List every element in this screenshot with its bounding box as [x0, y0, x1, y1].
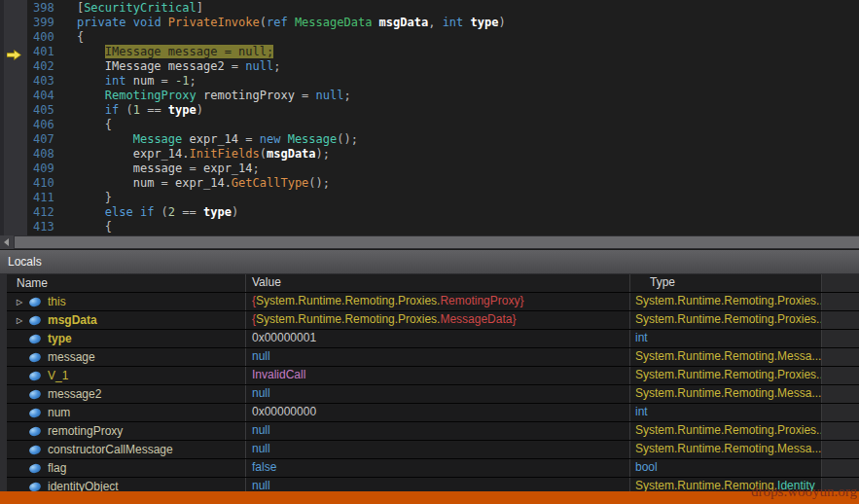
code-line[interactable]: 410 num = expr_14.GetCallType();: [0, 176, 859, 191]
variable-icon: [28, 370, 42, 381]
name-cell: type: [7, 330, 246, 347]
type-cell: System.Runtime.Remoting.Proxies...: [630, 367, 822, 384]
code-line[interactable]: 407 Message expr_14 = new Message();: [0, 132, 859, 147]
variable-icon: [28, 444, 42, 455]
locals-panel: Locals Name Value Type ▷this{System.Runt…: [0, 249, 859, 504]
name-cell: message: [7, 348, 246, 366]
code-line[interactable]: 409 message = expr_14;: [0, 162, 859, 176]
header-filler: [822, 274, 859, 292]
watermark: drops.wooyun.org: [751, 484, 857, 500]
variable-name: flag: [48, 460, 66, 477]
variable-name: message: [48, 349, 95, 366]
row-filler: [822, 385, 859, 403]
type-cell: System.Runtime.Remoting.Proxies...: [630, 311, 822, 329]
value-cell[interactable]: null: [246, 385, 630, 403]
row-filler: [822, 422, 859, 440]
code-line[interactable]: 399 private void PrivateInvoke(ref Messa…: [0, 16, 859, 30]
code-editor[interactable]: 398 [SecurityCritical]399 private void P…: [0, 0, 859, 235]
code-line[interactable]: 401 IMessage message = null;: [0, 45, 859, 59]
expand-triangle-icon[interactable]: ▷: [17, 294, 29, 310]
column-header-value[interactable]: Value: [246, 274, 630, 292]
column-header-name[interactable]: Name: [7, 274, 246, 292]
row-filler: [822, 404, 859, 421]
variable-icon: [28, 388, 42, 400]
value-cell[interactable]: {System.Runtime.Remoting.Proxies.Remotin…: [246, 293, 630, 310]
row-filler: [822, 441, 859, 458]
name-cell: message2: [7, 385, 246, 403]
locals-row[interactable]: type0x00000001int: [7, 330, 859, 348]
locals-title-label: Locals: [8, 255, 42, 269]
column-header-type[interactable]: Type: [630, 274, 822, 292]
code-line[interactable]: 412 else if (2 == type): [0, 205, 859, 220]
variable-icon: [28, 425, 42, 437]
value-cell[interactable]: null: [246, 422, 630, 440]
line-number: 408: [0, 147, 49, 162]
variable-name: V_1: [48, 368, 68, 384]
value-cell[interactable]: {System.Runtime.Remoting.Proxies.Message…: [246, 311, 630, 329]
type-cell: int: [630, 330, 822, 347]
locals-title-bar[interactable]: Locals: [0, 249, 859, 273]
line-number: 407: [0, 132, 49, 147]
variable-name: message2: [48, 386, 101, 403]
value-cell[interactable]: 0x00000000: [246, 404, 630, 421]
code-line[interactable]: 400 {: [0, 30, 859, 45]
code-line[interactable]: 405 if (1 == type): [0, 103, 859, 118]
value-cell[interactable]: InvalidCall: [246, 367, 630, 384]
code-line[interactable]: 408 expr_14.InitFields(msgData);: [0, 147, 859, 162]
scrollbar-thumb[interactable]: [15, 236, 859, 248]
name-cell: ▷msgData: [7, 311, 246, 329]
line-number: 398: [0, 1, 49, 16]
locals-row[interactable]: V_1InvalidCallSystem.Runtime.Remoting.Pr…: [7, 367, 859, 385]
variable-icon: [28, 314, 42, 326]
row-filler: [822, 330, 859, 347]
name-cell: constructorCallMessage: [7, 441, 246, 458]
variable-name: msgData: [48, 312, 97, 329]
line-number: 404: [0, 89, 49, 103]
locals-row[interactable]: flagfalsebool: [7, 459, 859, 478]
expand-triangle-icon[interactable]: ▷: [17, 312, 29, 329]
name-cell: num: [7, 404, 246, 421]
variable-icon: [28, 333, 42, 344]
code-line[interactable]: 411 }: [0, 191, 859, 205]
name-cell: V_1: [7, 367, 246, 384]
code-lines: 398 [SecurityCritical]399 private void P…: [0, 1, 859, 235]
line-number: 400: [0, 30, 49, 45]
type-cell: System.Runtime.Remoting.Messa...: [630, 441, 822, 458]
locals-row[interactable]: ▷msgData{System.Runtime.Remoting.Proxies…: [7, 311, 859, 330]
line-number: 413: [0, 220, 49, 234]
name-cell: flag: [7, 459, 246, 477]
code-line[interactable]: 403 int num = -1;: [0, 74, 859, 89]
value-cell[interactable]: 0x00000001: [246, 330, 630, 347]
variable-name: type: [48, 331, 72, 347]
current-statement-arrow-icon: [7, 47, 21, 64]
code-line[interactable]: 402 IMessage message2 = null;: [0, 59, 859, 74]
locals-row[interactable]: ▷this{System.Runtime.Remoting.Proxies.Re…: [7, 293, 859, 311]
line-number: 409: [0, 162, 49, 176]
value-cell[interactable]: null: [246, 348, 630, 366]
line-number: 405: [0, 103, 49, 118]
code-line[interactable]: 406 {: [0, 118, 859, 132]
type-cell: System.Runtime.Remoting.Messa...: [630, 348, 822, 366]
code-line[interactable]: 398 [SecurityCritical]: [0, 1, 859, 16]
locals-row[interactable]: remotingProxynullSystem.Runtime.Remoting…: [7, 422, 859, 441]
debug-status-bar: [0, 491, 859, 504]
locals-row[interactable]: messagenullSystem.Runtime.Remoting.Messa…: [7, 348, 859, 367]
variable-icon: [28, 462, 42, 474]
locals-row[interactable]: message2nullSystem.Runtime.Remoting.Mess…: [7, 385, 859, 404]
value-cell[interactable]: false: [246, 459, 630, 477]
row-filler: [822, 311, 859, 329]
code-line[interactable]: 404 RemotingProxy remotingProxy = null;: [0, 89, 859, 103]
row-filler: [822, 293, 859, 310]
value-cell[interactable]: null: [246, 441, 630, 458]
row-filler: [822, 348, 859, 366]
variable-icon: [28, 296, 42, 307]
locals-row[interactable]: constructorCallMessagenullSystem.Runtime…: [7, 441, 859, 459]
locals-row[interactable]: num0x00000000int: [7, 404, 859, 422]
name-cell: remotingProxy: [7, 422, 246, 440]
variable-name: remotingProxy: [48, 423, 123, 440]
code-line[interactable]: 413 {: [0, 220, 859, 234]
scroll-left-button[interactable]: [0, 235, 14, 249]
horizontal-scrollbar[interactable]: [0, 235, 859, 249]
variable-name: this: [48, 294, 66, 310]
row-filler: [822, 459, 859, 477]
